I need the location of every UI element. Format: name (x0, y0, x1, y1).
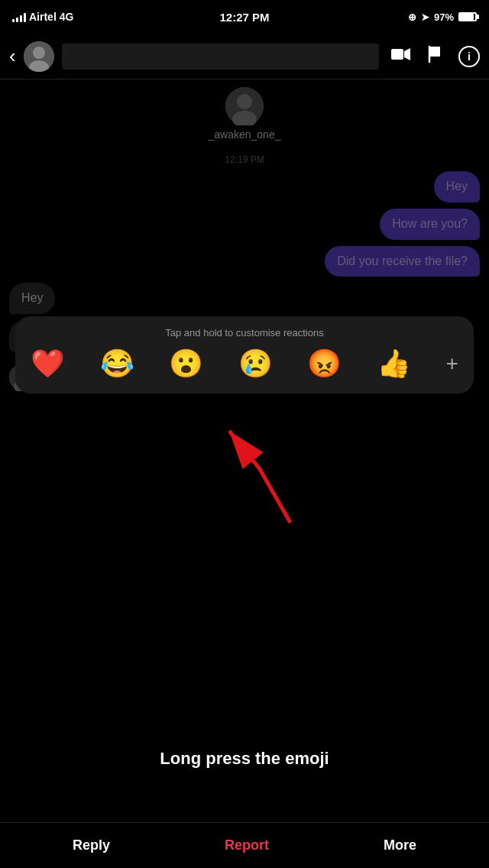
info-icon: i (468, 50, 471, 63)
signal-bars (12, 11, 26, 22)
battery-percent: 97% (434, 11, 454, 23)
svg-rect-5 (429, 47, 440, 57)
reaction-thumbsup[interactable]: 👍 (377, 348, 411, 380)
battery-icon (458, 12, 477, 21)
signal-bar-4 (24, 13, 26, 22)
svg-marker-4 (404, 48, 410, 60)
battery-fill (460, 14, 474, 20)
back-button[interactable]: ‹ (9, 44, 16, 68)
contact-name-blocked (62, 44, 379, 70)
bottom-bar: Reply Report More (0, 822, 489, 868)
status-right: ⊕ ➤ 97% (408, 11, 477, 23)
more-button[interactable]: More (384, 837, 416, 853)
annotation-area: Long press the emoji (0, 741, 489, 776)
reaction-wow[interactable]: 😮 (169, 348, 203, 380)
signal-bar-3 (20, 15, 22, 22)
report-button[interactable]: Report (225, 837, 269, 853)
chat-area: _awaken_one_ 12:19 PM Hey How are you? D… (0, 79, 489, 822)
video-call-button[interactable] (391, 47, 411, 66)
signal-bar-2 (16, 18, 18, 22)
reaction-overlay (0, 79, 489, 822)
reaction-heart[interactable]: ❤️ (31, 348, 65, 380)
reaction-laugh[interactable]: 😂 (100, 348, 134, 380)
annotation-text: Long press the emoji (0, 741, 489, 776)
reaction-cry[interactable]: 😢 (238, 348, 273, 380)
reaction-angry[interactable]: 😡 (307, 348, 342, 380)
reply-button[interactable]: Reply (73, 837, 110, 853)
avatar-svg (24, 41, 54, 72)
svg-point-1 (33, 47, 45, 59)
svg-rect-3 (391, 49, 403, 60)
reaction-add-button[interactable]: + (446, 351, 458, 376)
reaction-hint: Tap and hold to customise reactions (28, 327, 461, 338)
header-icons: i (391, 45, 480, 67)
location-icon: ⊕ (408, 11, 416, 23)
reaction-popup: Tap and hold to customise reactions ❤️ 😂… (15, 316, 474, 394)
signal-bar-1 (12, 19, 15, 22)
flag-button[interactable] (426, 45, 443, 67)
status-left: Airtel 4G (12, 11, 73, 23)
time-label: 12:27 PM (219, 11, 269, 24)
status-bar: Airtel 4G 12:27 PM ⊕ ➤ 97% (0, 0, 489, 34)
header: ‹ i (0, 34, 489, 79)
reaction-emojis: ❤️ 😂 😮 😢 😡 👍 + (28, 348, 461, 380)
avatar-image (24, 41, 54, 72)
info-button[interactable]: i (458, 46, 480, 67)
nav-icon: ➤ (421, 11, 429, 23)
contact-avatar[interactable] (24, 41, 54, 72)
carrier-label: Airtel 4G (29, 11, 73, 23)
